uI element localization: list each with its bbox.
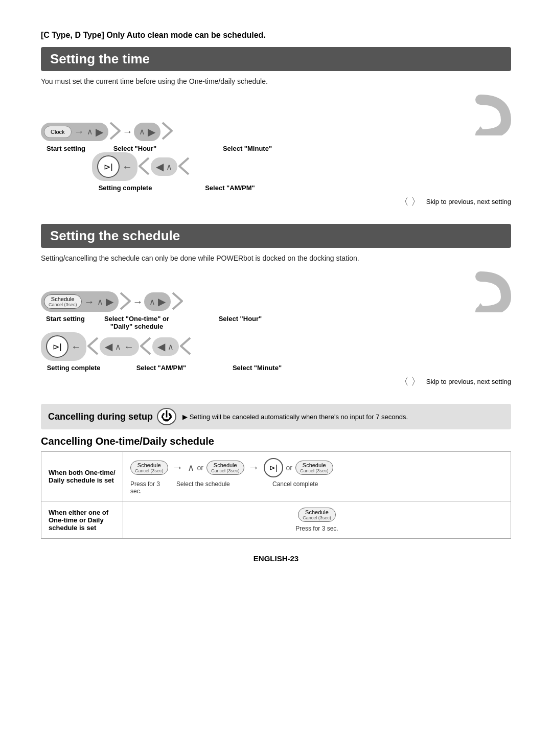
complete-button[interactable]: ⊳| <box>97 155 120 178</box>
sched-label-hour: Select "Hour" <box>202 315 279 323</box>
chevron-right-1 <box>109 122 121 142</box>
cancel-label-both: When both One-time/Daily schedule is set <box>41 452 123 501</box>
sched-skip-label: Skip to previous, next setting <box>426 378 511 385</box>
setting-time-header: Setting the time <box>41 47 511 71</box>
sched-chev-l1 <box>87 337 99 357</box>
footer-page: 23 <box>290 554 298 563</box>
cancelling-setup-section: Cancelling during setup ⏻ ▶ Setting will… <box>41 404 511 429</box>
label-start-setting-time: Start setting <box>43 145 89 152</box>
setting-schedule-header: Setting the schedule <box>41 224 511 248</box>
cancelling-setup-note: ▶ Setting will be canceled automatically… <box>182 413 408 421</box>
skip-prev-next-sched: 〈 〉 Skip to previous, next setting <box>41 375 511 388</box>
sched-chevron-r2 <box>172 292 183 312</box>
cancel-steps-both: Schedule Cancel (3sec) → ∧ or <box>123 452 511 501</box>
sched-label-start: Start setting <box>43 315 88 323</box>
setting-time-section: Setting the time You must set the curren… <box>41 47 511 209</box>
arrow-right-3: → <box>123 126 133 138</box>
schedule-button-start[interactable]: Schedule Cancel (3sec) <box>44 294 82 309</box>
sched-complete-btn[interactable]: ⊳| <box>46 335 68 358</box>
skip-left-icon: 〈 <box>399 195 409 209</box>
arrow-right-1: → <box>74 126 84 138</box>
time-row2: ⊳| ← ◀ ∧ <box>41 152 511 181</box>
cancel-row-both: When both One-time/Daily schedule is set… <box>41 452 511 501</box>
setting-schedule-sub: Setting/cancelling the schedule can only… <box>41 254 511 262</box>
sched-label-complete: Setting complete <box>41 364 106 372</box>
sched-skip-left-icon: 〈 <box>399 375 409 388</box>
minute-up-btn: ∧ <box>139 127 145 136</box>
sched-btn-c2[interactable]: Schedule Cancel (3sec) <box>206 461 244 475</box>
sched-row2: ⊳| ← ◀ ∧ ← ◀ ∧ <box>41 332 511 361</box>
sched-minute-up: ∧ <box>168 342 174 352</box>
schedule-up-1: ∧ <box>97 297 103 307</box>
power-icon: ⏻ <box>157 408 176 425</box>
skip-label-time: Skip to previous, next setting <box>426 198 511 205</box>
cancel-row-either: When either one ofOne-time or Dailysched… <box>41 501 511 539</box>
sched-label-ampm: Select "AM/PM" <box>122 364 201 372</box>
sched-chev-l3 <box>180 337 191 357</box>
sched-uturn-right <box>475 271 511 314</box>
sched-skip-right-icon: 〉 <box>411 375 421 388</box>
skip-right-icon: 〉 <box>411 195 421 209</box>
setting-schedule-section: Setting the schedule Setting/cancelling … <box>41 224 511 388</box>
sched-label-minute: Select "Minute" <box>219 364 295 372</box>
sched-chev-l2 <box>140 337 151 357</box>
arrow-right-2: ▶ <box>96 126 103 138</box>
label-select-ampm-time: Select "AM/PM" <box>184 184 276 192</box>
cancel-up-icon: ∧ <box>188 462 194 473</box>
label-select-hour: Select "Hour" <box>94 145 176 152</box>
footer: ENGLISH-23 <box>41 554 511 563</box>
cancelling-daily-title: Cancelling One-time/Daily schedule <box>41 436 511 447</box>
sched-label-onetime: Select "One-time" or "Daily" schedule <box>92 315 181 330</box>
chevron-left-2 <box>178 157 190 177</box>
sched-btn-either[interactable]: Schedule Cancel (3sec) <box>298 508 336 522</box>
clock-button[interactable]: Clock <box>44 126 72 138</box>
sched-ampm-up: ∧ <box>115 342 121 352</box>
sched-btn-c1[interactable]: Schedule Cancel (3sec) <box>130 461 168 475</box>
cancel-table: When both One-time/Daily schedule is set… <box>41 451 511 539</box>
uturn-right <box>475 95 511 137</box>
hour-up-btn: ∧ <box>87 127 93 136</box>
cancel-steps-either: Schedule Cancel (3sec) Press for 3 sec. <box>123 501 511 539</box>
arrow-right-4: ▶ <box>148 126 155 138</box>
ampm-up-btn: ∧ <box>166 162 172 172</box>
sched-chevron-r1 <box>120 292 131 312</box>
cancelling-setup-title: Cancelling during setup <box>48 411 153 422</box>
schedule-diagram: Schedule Cancel (3sec) → ∧ ▶ → <box>41 271 511 388</box>
label-setting-complete-time: Setting complete <box>92 184 158 192</box>
time-diagram: Clock → ∧ ▶ → <box>41 95 511 209</box>
chevron-right-2 <box>162 122 173 142</box>
skip-prev-next-time: 〈 〉 Skip to previous, next setting <box>41 195 511 209</box>
setting-time-sub: You must set the current time before usi… <box>41 77 511 85</box>
cancel-label-either: When either one ofOne-time or Dailysched… <box>41 501 123 539</box>
cancelling-daily-section: Cancelling One-time/Daily schedule When … <box>41 436 511 539</box>
cancel-complete-btn[interactable]: ⊳| <box>264 458 283 477</box>
footer-text: ENGLISH- <box>254 554 290 563</box>
schedule-up-2: ∧ <box>149 297 155 307</box>
notice-text: [C Type, D Type] Only Auto clean mode ca… <box>41 31 511 40</box>
chevron-left-1 <box>139 157 150 177</box>
label-select-minute: Select "Minute" <box>206 145 288 152</box>
sched-btn-c3[interactable]: Schedule Cancel (3sec) <box>295 461 333 475</box>
